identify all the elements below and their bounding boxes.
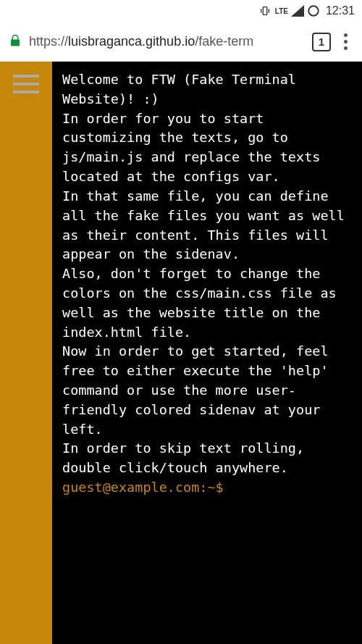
terminal-line: Also, don't forget to change the colors … <box>62 264 352 342</box>
url-field[interactable]: https://luisbraganca.github.io/fake-term <box>29 34 305 49</box>
sidenav[interactable] <box>0 62 52 644</box>
svg-rect-0 <box>263 7 266 15</box>
sync-icon <box>307 4 320 17</box>
tab-count-number: 1 <box>319 35 324 48</box>
url-host: luisbraganca.github.io <box>68 34 195 49</box>
status-bar: LTE 12:31 <box>0 0 362 22</box>
tab-switcher[interactable]: 1 <box>312 33 331 51</box>
clock-time: 12:31 <box>326 4 355 17</box>
lte-label: LTE <box>275 7 288 15</box>
url-path: /fake-term <box>195 34 253 49</box>
terminal-line: In that same file, you can define all th… <box>62 187 352 264</box>
url-prefix: https:// <box>29 34 68 49</box>
terminal[interactable]: Welcome to FTW (Fake Terminal Website)! … <box>52 62 362 644</box>
hamburger-icon[interactable] <box>13 75 39 93</box>
vibrate-icon <box>258 5 272 17</box>
cursor-icon <box>232 480 239 495</box>
page-content: Welcome to FTW (Fake Terminal Website)! … <box>0 62 362 644</box>
lock-icon <box>9 33 22 51</box>
terminal-prompt[interactable]: guest@example.com:~$ <box>62 478 352 498</box>
terminal-line: Welcome to FTW (Fake Terminal Website)! … <box>62 70 352 109</box>
svg-point-4 <box>308 6 319 16</box>
terminal-line: In order to skip text rolling, double cl… <box>62 439 352 478</box>
browser-address-bar: https://luisbraganca.github.io/fake-term… <box>0 22 362 62</box>
terminal-line: In order for you to start customizing th… <box>62 109 352 187</box>
browser-menu-button[interactable] <box>338 30 353 53</box>
svg-marker-3 <box>291 5 304 17</box>
signal-icon <box>291 5 304 17</box>
terminal-line: Now in order to get started, feel free t… <box>62 342 352 439</box>
